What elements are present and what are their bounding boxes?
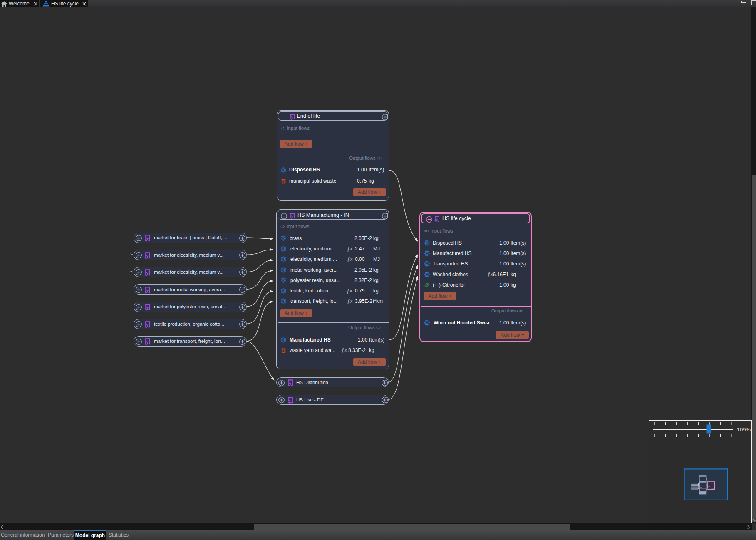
svg-text:109%: 109% [737,426,751,433]
